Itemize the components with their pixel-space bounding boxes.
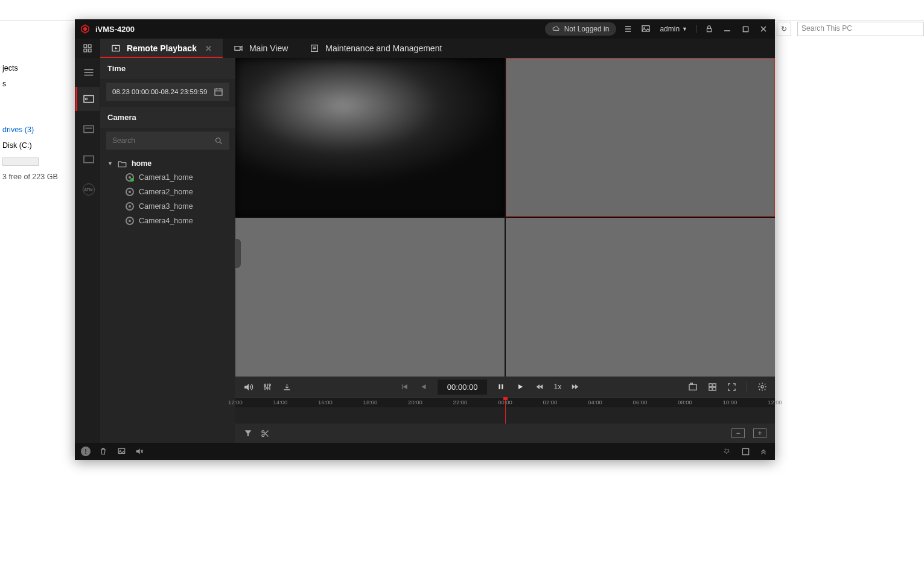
camera-search[interactable] [106, 132, 229, 150]
mute-icon[interactable] [243, 381, 253, 392]
nav-drives[interactable]: drives (3) [0, 122, 60, 138]
timeline-tick: 04:00 [588, 399, 602, 405]
camera-status-icon [126, 217, 134, 225]
tab-bar: Remote Playback ✕ Main View Maintenance … [75, 39, 775, 58]
tab-close-icon[interactable]: ✕ [205, 44, 212, 53]
collapse-icon[interactable] [758, 446, 769, 457]
alarm-icon[interactable]: ! [81, 447, 91, 456]
app-logo-icon [80, 24, 91, 34]
zoom-in-timeline[interactable]: + [753, 428, 766, 438]
filter-icon[interactable] [244, 429, 252, 437]
trash-icon[interactable] [98, 446, 109, 457]
pause-icon[interactable] [495, 381, 506, 392]
login-status-pill[interactable]: Not Logged in [545, 22, 617, 36]
prev-frame-icon[interactable] [399, 381, 410, 392]
nav-item[interactable]: jects [0, 60, 60, 76]
pin-icon[interactable] [722, 446, 733, 457]
minimize-button[interactable] [721, 22, 734, 36]
svg-marker-42 [403, 384, 407, 389]
timeline-tick: 02:00 [543, 399, 558, 405]
camera-item[interactable]: Camera4_home [105, 214, 231, 228]
layout-icon[interactable] [707, 381, 718, 392]
rail-atm-playback[interactable]: ATM [75, 177, 100, 202]
slow-icon[interactable] [534, 381, 545, 392]
user-dropdown[interactable]: admin ▼ [657, 25, 690, 33]
fast-icon[interactable] [570, 381, 581, 392]
camera-item[interactable]: Camera1_home [105, 170, 231, 185]
refresh-icon[interactable]: ↻ [777, 22, 791, 36]
date-range-picker[interactable]: 08.23 00:00:00-08.24 23:59:59 [106, 83, 229, 101]
settings-icon[interactable] [757, 381, 768, 392]
tab-main-view[interactable]: Main View [223, 39, 299, 58]
folder-icon [118, 160, 127, 168]
list-icon[interactable] [621, 22, 634, 36]
timeline-cursor[interactable] [505, 398, 506, 424]
tree-folder-home[interactable]: ▼ home [105, 157, 231, 170]
home-tab-button[interactable] [75, 39, 100, 58]
video-cell-2[interactable] [506, 58, 775, 217]
close-button[interactable] [757, 22, 770, 36]
disk-c[interactable]: Disk (C:) [0, 138, 60, 153]
maximize-button[interactable] [739, 22, 752, 36]
playback-time: 00:00:00 [438, 380, 488, 395]
svg-rect-54 [713, 383, 716, 386]
sound-off-icon[interactable] [134, 446, 145, 457]
svg-rect-25 [84, 126, 94, 132]
camera-status-icon [126, 188, 134, 196]
image-icon[interactable] [639, 22, 652, 36]
video-cell-4[interactable] [506, 218, 775, 377]
cloud-icon [552, 25, 561, 33]
video-cell-3[interactable] [235, 218, 505, 377]
svg-rect-4 [707, 28, 712, 31]
timeline-tick: 12:00 [228, 399, 243, 405]
camera-item[interactable]: Camera2_home [105, 185, 231, 199]
svg-point-39 [267, 387, 269, 389]
video-cell-1[interactable] [235, 58, 505, 217]
scissors-icon[interactable] [261, 429, 270, 438]
timeline-tick: 14:00 [273, 399, 288, 405]
download-icon[interactable] [281, 381, 292, 392]
picture-icon[interactable] [116, 446, 127, 457]
timeline-tools: − + [235, 424, 775, 443]
rail-event-playback[interactable] [75, 117, 100, 141]
svg-rect-11 [84, 49, 87, 52]
search-icon [214, 136, 223, 145]
svg-rect-26 [85, 128, 92, 129]
lock-icon[interactable] [703, 22, 716, 36]
svg-rect-28 [215, 89, 222, 95]
rail-vca-playback[interactable] [75, 147, 100, 171]
svg-rect-27 [84, 156, 94, 162]
fullscreen-icon[interactable] [726, 381, 737, 392]
timeline-tick: 16:00 [318, 399, 333, 405]
svg-point-57 [761, 386, 763, 388]
hamburger-icon[interactable] [75, 64, 100, 81]
svg-rect-12 [88, 49, 91, 52]
camera-label: Camera4_home [139, 217, 193, 225]
svg-rect-15 [235, 46, 240, 51]
restore-icon[interactable] [740, 446, 751, 457]
play-icon[interactable] [515, 381, 526, 392]
search-input[interactable] [112, 136, 203, 145]
svg-rect-55 [709, 387, 712, 390]
rail-normal-playback[interactable] [75, 87, 100, 111]
svg-point-24 [85, 98, 87, 100]
timeline[interactable]: 12:0014:0016:0018:0020:0022:0000:0002:00… [235, 397, 775, 424]
timeline-tick: 22:00 [453, 399, 468, 405]
svg-rect-53 [709, 383, 712, 386]
timeline-tick: 12:00 [768, 399, 782, 405]
tab-remote-playback[interactable]: Remote Playback ✕ [100, 39, 223, 58]
reverse-play-icon[interactable] [418, 381, 429, 392]
playback-controls: 00:00:00 1x [235, 377, 775, 397]
explorer-search[interactable]: Search This PC [797, 22, 924, 36]
svg-rect-6 [743, 27, 748, 31]
snapshot-icon[interactable] [687, 381, 698, 392]
timeline-tick: 18:00 [363, 399, 378, 405]
tab-maintenance[interactable]: Maintenance and Management [299, 39, 453, 58]
svg-rect-44 [499, 384, 500, 389]
zoom-out-timeline[interactable]: − [731, 428, 745, 438]
sidebar-collapse-handle[interactable] [235, 239, 241, 268]
camera-item[interactable]: Camera3_home [105, 199, 231, 214]
adjust-icon[interactable] [262, 381, 273, 392]
svg-marker-65 [136, 448, 140, 454]
svg-rect-10 [88, 45, 91, 48]
